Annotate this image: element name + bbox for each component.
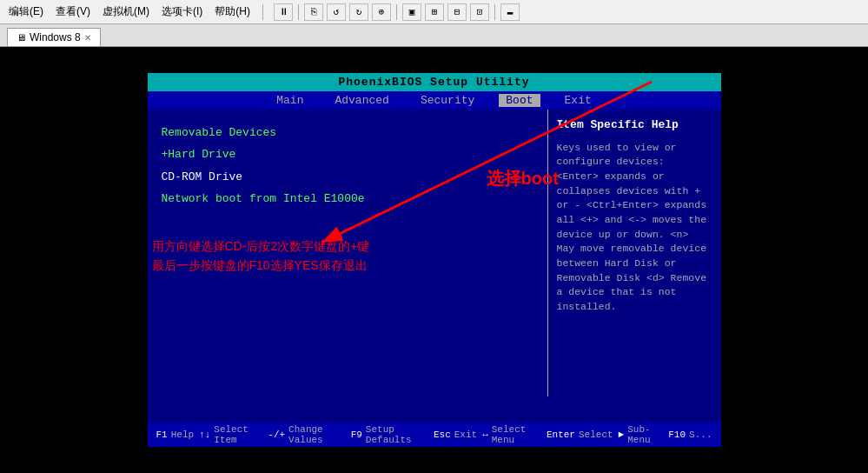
tab-bar: 🖥 Windows 8 ✕ <box>0 24 868 47</box>
bios-help-title: Item Specific Help <box>557 117 712 134</box>
tb-btn9[interactable]: ▬ <box>500 3 520 21</box>
footer-f10: F10 S... <box>668 424 712 445</box>
main-content: PhoenixBIOS Setup Utility Main Advanced … <box>0 47 868 473</box>
tb-btn7[interactable]: ⊟ <box>447 3 467 21</box>
bios-nav-exit[interactable]: Exit <box>558 94 599 107</box>
menu-bar[interactable]: 编辑(E) 查看(V) 虚拟机(M) 选项卡(I) 帮助(H) <box>3 3 255 21</box>
menu-tab[interactable]: 选项卡(I) <box>156 3 208 21</box>
footer-sub: ► Sub-Menu <box>619 424 664 445</box>
footer-label-sub: Sub-Menu <box>627 424 663 445</box>
menu-help[interactable]: 帮助(H) <box>209 3 255 21</box>
tb-btn6[interactable]: ⊞ <box>425 3 444 21</box>
tb-pause[interactable]: ⏸ <box>274 3 293 21</box>
boot-item-cdrom[interactable]: CD-ROM Drive <box>162 166 533 188</box>
tb-btn5[interactable]: ▣ <box>402 3 421 21</box>
toolbar-separator4 <box>494 4 495 20</box>
bios-help-text: Keys used to view or configure devices: … <box>557 141 712 315</box>
tb-btn1[interactable]: ⎘ <box>304 3 323 21</box>
app-bar: 编辑(E) 查看(V) 虚拟机(M) 选项卡(I) 帮助(H) ⏸ ⎘ ↺ ↻ … <box>0 0 868 24</box>
tb-btn4[interactable]: ⊕ <box>372 3 391 21</box>
footer-key-f9: F9 <box>351 430 362 440</box>
footer-key-ud: ↑↓ <box>199 430 210 440</box>
bios-nav-main[interactable]: Main <box>269 94 310 107</box>
bios-nav-advanced[interactable]: Advanced <box>328 94 395 107</box>
bios-title: PhoenixBIOS Setup Utility <box>148 73 721 91</box>
bios-footer: F1 Help ↑↓ Select Item -/+ Change Values… <box>148 423 721 447</box>
tab-icon: 🖥 <box>17 32 26 43</box>
footer-key-f10: F10 <box>668 430 686 440</box>
menu-edit[interactable]: 编辑(E) <box>3 3 49 21</box>
toolbar-separator2 <box>298 4 299 20</box>
footer-lr: ↔ Select Menu <box>482 424 541 445</box>
footer-label-f10: S... <box>689 430 712 440</box>
footer-label-ud: Select Item <box>214 424 262 445</box>
tab-label: Windows 8 <box>30 31 81 43</box>
bios-nav-boot[interactable]: Boot <box>499 94 540 107</box>
bios-screen: PhoenixBIOS Setup Utility Main Advanced … <box>148 73 721 447</box>
menu-vm[interactable]: 虚拟机(M) <box>97 3 155 21</box>
boot-item-network[interactable]: Network boot from Intel E1000e <box>162 188 533 210</box>
footer-key-lr: ↔ <box>482 430 488 440</box>
tb-btn2[interactable]: ↺ <box>327 3 346 21</box>
bios-left-panel: Removable Devices +Hard Drive CD-ROM Dri… <box>148 110 547 396</box>
bios-body: Removable Devices +Hard Drive CD-ROM Dri… <box>148 110 721 396</box>
footer-label-enter: Select <box>579 430 613 440</box>
tb-btn3[interactable]: ↻ <box>349 3 368 21</box>
footer-label-f1: Help <box>171 430 194 440</box>
footer-enter: Enter Select <box>547 424 613 445</box>
footer-label-lr: Select Menu <box>492 424 541 445</box>
tab-close-btn[interactable]: ✕ <box>84 33 91 43</box>
tab-windows8[interactable]: 🖥 Windows 8 ✕ <box>7 28 101 46</box>
boot-item-removable[interactable]: Removable Devices <box>162 122 533 143</box>
footer-f9: F9 Setup Defaults <box>351 424 428 445</box>
menu-view[interactable]: 查看(V) <box>50 3 96 21</box>
footer-change: -/+ Change Values <box>268 424 345 445</box>
footer-label-esc: Exit <box>454 430 477 440</box>
toolbar: ⏸ ⎘ ↺ ↻ ⊕ ▣ ⊞ ⊟ ⊡ ▬ <box>274 3 520 21</box>
tb-btn8[interactable]: ⊡ <box>470 3 489 21</box>
footer-label-change: Change Values <box>288 424 346 445</box>
footer-esc: Esc Exit <box>434 424 477 445</box>
toolbar-separator3 <box>396 4 397 20</box>
footer-key-change: -/+ <box>268 430 285 440</box>
footer-ud: ↑↓ Select Item <box>199 424 262 445</box>
footer-key-esc: Esc <box>434 430 451 440</box>
footer-label-f9: Setup Defaults <box>366 424 428 445</box>
toolbar-separator <box>262 4 263 20</box>
footer-key-f1: F1 <box>156 430 168 440</box>
bios-nav-security[interactable]: Security <box>414 94 481 107</box>
bios-right-panel: Item Specific Help Keys used to view or … <box>547 110 721 396</box>
footer-key-sub: ► <box>619 430 625 440</box>
boot-item-harddrive[interactable]: +Hard Drive <box>162 143 533 165</box>
footer-key-enter: Enter <box>547 430 575 440</box>
footer-f1: F1 Help <box>156 424 195 445</box>
bios-nav: Main Advanced Security Boot Exit <box>148 91 721 110</box>
